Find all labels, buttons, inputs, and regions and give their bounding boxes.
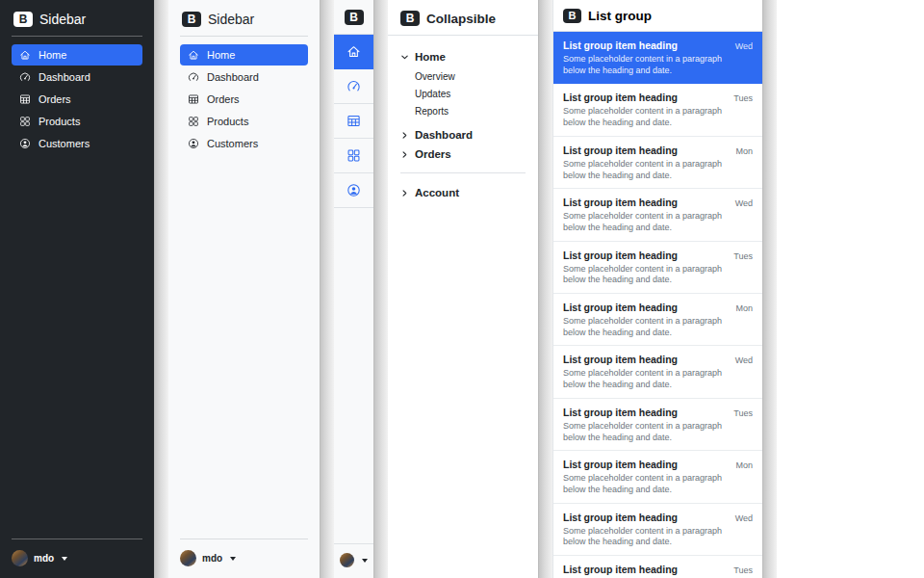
nav-item-orders[interactable]: Orders bbox=[180, 89, 308, 110]
nav-icon-home[interactable] bbox=[334, 35, 373, 69]
list-group-item[interactable]: List group item heading Wed Some placeho… bbox=[553, 504, 762, 556]
grid-icon bbox=[188, 116, 199, 127]
nav-item-orders[interactable]: Orders bbox=[12, 89, 142, 110]
list-group-item[interactable]: List group item heading Mon Some placeho… bbox=[553, 137, 762, 189]
list-item-body: Some placeholder content in a paragraph … bbox=[563, 159, 725, 182]
icon-sidebar-footer bbox=[334, 543, 373, 578]
list-item-top-row: List group item heading Wed bbox=[563, 39, 753, 51]
nav-item-label: Products bbox=[38, 116, 80, 127]
table-icon bbox=[346, 114, 361, 128]
list-item-heading: List group item heading bbox=[563, 39, 678, 51]
nav-icon-products[interactable] bbox=[334, 139, 373, 173]
bootstrap-logo-icon: B bbox=[400, 11, 420, 26]
example-divider bbox=[154, 0, 168, 578]
dark-sidebar-footer: mdo bbox=[12, 539, 142, 566]
nav-item-dashboard[interactable]: Dashboard bbox=[180, 66, 308, 88]
light-sidebar-title: Sidebar bbox=[208, 12, 254, 27]
divider-line bbox=[400, 172, 526, 173]
bootstrap-sidebars-page: B Sidebar Home Dashboard Orders Products bbox=[0, 0, 924, 578]
nav-item-label: Dashboard bbox=[207, 71, 259, 83]
list-item-top-row: List group item heading Mon bbox=[563, 459, 753, 470]
list-group-sidebar: B List group List group item heading Wed… bbox=[552, 0, 762, 578]
list-item-top-row: List group item heading Tues bbox=[563, 250, 753, 261]
bootstrap-logo-icon: B bbox=[182, 12, 201, 27]
nav-item-dashboard[interactable]: Dashboard bbox=[12, 66, 142, 88]
person-circle-icon bbox=[346, 183, 361, 197]
list-group-item[interactable]: List group item heading Wed Some placeho… bbox=[553, 32, 762, 84]
list-item-body: Some placeholder content in a paragraph … bbox=[563, 526, 725, 549]
user-dropdown[interactable]: mdo bbox=[180, 547, 308, 566]
house-icon bbox=[19, 49, 31, 61]
nav-icon-orders[interactable] bbox=[334, 104, 373, 139]
table-icon bbox=[188, 93, 199, 105]
tree-label: Orders bbox=[415, 148, 451, 160]
list-item-heading: List group item heading bbox=[563, 302, 678, 313]
bootstrap-logo-icon: B bbox=[13, 12, 33, 27]
nav-item-products[interactable]: Products bbox=[12, 111, 142, 132]
list-group-item[interactable]: List group item heading Mon Some placeho… bbox=[553, 451, 762, 503]
nav-item-customers[interactable]: Customers bbox=[12, 133, 142, 154]
nav-item-products[interactable]: Products bbox=[180, 111, 308, 132]
dark-sidebar-title: Sidebar bbox=[39, 12, 86, 27]
list-item-day: Mon bbox=[735, 303, 753, 313]
list-group-item[interactable]: List group item heading Tues Some placeh… bbox=[553, 242, 762, 294]
tree-subitem-updates[interactable]: Updates bbox=[415, 85, 526, 102]
list-item-top-row: List group item heading Wed bbox=[563, 512, 753, 523]
collapsible-brand-link[interactable]: B Collapsible bbox=[388, 0, 538, 36]
list-item-body: Some placeholder content in a paragraph … bbox=[563, 421, 725, 444]
bootstrap-logo-icon: B bbox=[345, 10, 364, 25]
nav-item-customers[interactable]: Customers bbox=[180, 133, 308, 154]
user-name: mdo bbox=[202, 553, 222, 564]
nav-item-label: Orders bbox=[207, 93, 240, 105]
nav-icon-customers[interactable] bbox=[334, 173, 373, 208]
caret-down-icon bbox=[230, 557, 236, 561]
list-item-heading: List group item heading bbox=[563, 354, 678, 365]
tree-submenu-home: Overview Updates Reports bbox=[400, 66, 526, 125]
nav-item-home[interactable]: Home bbox=[12, 44, 142, 66]
table-icon bbox=[19, 93, 31, 105]
house-icon bbox=[346, 44, 361, 59]
list-group-brand-link[interactable]: B List group bbox=[553, 0, 762, 32]
list-group-item[interactable]: List group item heading Mon Some placeho… bbox=[553, 294, 762, 346]
user-dropdown[interactable] bbox=[340, 553, 368, 567]
tree-label: Dashboard bbox=[415, 129, 473, 141]
list-item-top-row: List group item heading Tues bbox=[563, 407, 753, 418]
list-item-day: Mon bbox=[735, 460, 753, 470]
chevron-down-icon bbox=[400, 53, 409, 62]
divider-line bbox=[180, 539, 308, 539]
list-group-item[interactable]: List group item heading Wed Some placeho… bbox=[553, 346, 762, 398]
tree-toggle-account[interactable]: Account bbox=[400, 183, 526, 202]
list-item-top-row: List group item heading Wed bbox=[563, 197, 753, 208]
user-dropdown[interactable]: mdo bbox=[12, 547, 142, 566]
list-group-item[interactable]: List group item heading Wed Some placeho… bbox=[553, 189, 762, 241]
tree-subitem-overview[interactable]: Overview bbox=[415, 67, 526, 85]
light-sidebar-nav: Home Dashboard Orders Products Customers bbox=[180, 44, 308, 154]
list-group-item[interactable]: List group item heading Tues Some placeh… bbox=[553, 556, 762, 578]
tree-toggle-orders[interactable]: Orders bbox=[400, 144, 526, 164]
tree-label: Home bbox=[415, 51, 446, 63]
list-item-heading: List group item heading bbox=[563, 564, 678, 575]
tree-toggle-home[interactable]: Home bbox=[400, 47, 526, 66]
tree-toggle-dashboard[interactable]: Dashboard bbox=[400, 125, 526, 144]
icon-sidebar-brand-link[interactable]: B bbox=[334, 0, 373, 34]
light-sidebar-brand-link[interactable]: B Sidebar bbox=[180, 11, 308, 36]
nav-icon-dashboard[interactable] bbox=[334, 69, 373, 104]
dark-sidebar-brand-link[interactable]: B Sidebar bbox=[12, 11, 142, 36]
list-item-day: Tues bbox=[733, 408, 753, 418]
nav-item-label: Dashboard bbox=[38, 71, 90, 83]
list-group-item[interactable]: List group item heading Tues Some placeh… bbox=[553, 84, 762, 136]
nav-item-home[interactable]: Home bbox=[180, 44, 308, 66]
list-group-item[interactable]: List group item heading Tues Some placeh… bbox=[553, 399, 762, 451]
list-item-day: Wed bbox=[735, 41, 753, 51]
list-item-heading: List group item heading bbox=[563, 197, 678, 208]
nav-item-label: Customers bbox=[38, 138, 90, 149]
speedometer-icon bbox=[188, 71, 199, 83]
dark-sidebar-nav: Home Dashboard Orders Products Customers bbox=[12, 44, 142, 154]
example-divider bbox=[762, 0, 777, 578]
example-divider bbox=[373, 0, 388, 578]
nav-item-label: Home bbox=[38, 49, 66, 61]
nav-item-label: Products bbox=[207, 116, 248, 127]
list-item-body: Some placeholder content in a paragraph … bbox=[563, 368, 725, 391]
tree-subitem-reports[interactable]: Reports bbox=[415, 102, 526, 119]
list-item-day: Mon bbox=[735, 146, 753, 156]
